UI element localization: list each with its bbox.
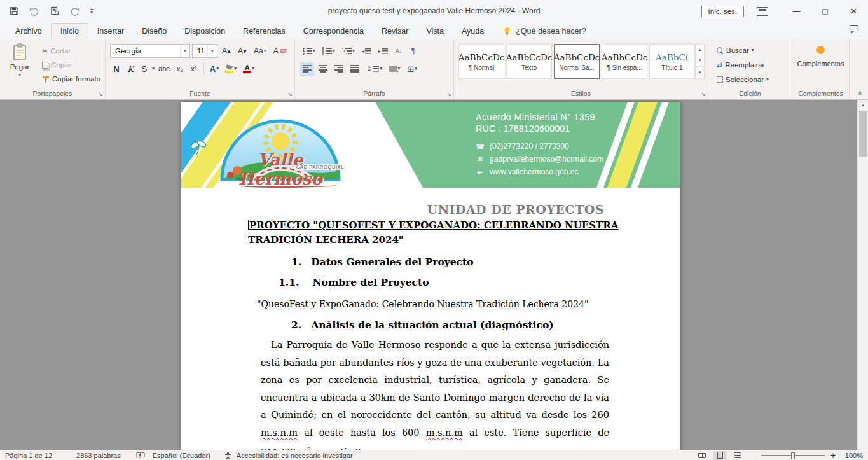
underline-button[interactable]: S — [138, 62, 151, 76]
vertical-scrollbar[interactable]: ▴ — [857, 100, 868, 450]
comments-icon[interactable] — [849, 25, 859, 39]
document-page[interactable]: Acuerdo Ministerial N° 1359 RUC : 176812… — [181, 102, 680, 450]
align-center-button[interactable] — [316, 62, 330, 76]
print-preview-icon[interactable] — [50, 6, 60, 17]
ribbon-display-options-icon[interactable] — [757, 7, 768, 16]
chevron-down-icon[interactable]: ▾ — [180, 45, 189, 57]
language-status[interactable]: Español (Ecuador) — [148, 452, 216, 459]
chevron-down-icon: ▾ — [766, 77, 769, 82]
group-label-paragraph: Párrafo — [295, 90, 453, 97]
paste-button[interactable]: Pegar ▾ — [5, 43, 34, 92]
tab-diseno[interactable]: Diseño — [133, 24, 176, 39]
document-body[interactable]: UNIDAD DE PROYECTOS PROYECTO "QUESOFEST … — [181, 202, 680, 450]
tab-insertar[interactable]: Insertar — [88, 24, 133, 39]
bullets-button[interactable]: ▾ — [300, 44, 318, 58]
zoom-slider-thumb[interactable] — [791, 452, 795, 459]
bold-button[interactable]: N — [110, 62, 123, 76]
subscript-button[interactable]: x₂ — [174, 62, 186, 76]
style-card[interactable]: AaBbCcDcNormal Sa... — [554, 44, 600, 79]
decrease-indent-button[interactable]: ◂ — [359, 44, 374, 58]
zoom-level[interactable]: 100% — [841, 452, 863, 459]
select-button[interactable]: Seleccionar ▾ — [713, 73, 773, 87]
accessibility-status[interactable]: Accesibilidad: es necesario investigar — [234, 452, 358, 459]
style-card[interactable]: AaBbCcDc¶ Sin espa... — [602, 44, 647, 79]
grow-font-button[interactable]: A▴ — [219, 44, 233, 58]
customize-quick-access-icon[interactable]: ▾ — [90, 9, 93, 14]
word-count[interactable]: 2863 palabras — [71, 452, 126, 459]
shading-button[interactable]: ▾ — [387, 62, 403, 76]
gallery-more-icon[interactable]: ▾ — [696, 67, 704, 78]
sign-in-button[interactable]: Inic. ses. — [701, 6, 744, 17]
dialog-launcher-paragraph-icon[interactable]: ↘ — [446, 91, 451, 97]
spellcheck-icon[interactable]: ✗ — [134, 452, 148, 459]
paragraph-text: La Parroquia de Valle Hermoso responde a… — [261, 340, 609, 420]
align-right-button[interactable] — [332, 62, 346, 76]
tab-referencias[interactable]: Referencias — [234, 24, 294, 39]
close-button[interactable]: ✕ — [839, 0, 868, 22]
replace-button[interactable]: ⇄ Reemplazar — [713, 58, 773, 72]
shrink-font-button[interactable]: A▾ — [235, 44, 249, 58]
font-size-combo[interactable]: 11 ▾ — [192, 44, 217, 58]
clear-formatting-button[interactable]: A — [271, 44, 289, 58]
collapse-ribbon-icon[interactable]: ∧ — [858, 89, 862, 96]
numbering-button[interactable]: ▾ — [320, 44, 338, 58]
scroll-up-icon[interactable]: ▴ — [858, 100, 868, 109]
strikethrough-button[interactable]: abc — [156, 62, 172, 76]
dialog-launcher-clipboard-icon[interactable]: ↘ — [98, 91, 103, 97]
page-count[interactable]: Página 1 de 12 — [0, 452, 57, 459]
line-spacing-button[interactable]: ↕▾ — [364, 62, 385, 76]
heading-text: Datos Generales del Proyecto — [311, 256, 473, 268]
justify-button[interactable] — [348, 62, 362, 76]
multilevel-list-button[interactable]: ▾ — [340, 44, 357, 58]
style-card[interactable]: AaBbC(Título 1 — [649, 44, 695, 79]
document-canvas[interactable]: Acuerdo Ministerial N° 1359 RUC : 176812… — [0, 100, 868, 450]
tab-ayuda[interactable]: Ayuda — [453, 24, 493, 39]
ribbon: Pegar ▾ ✂ Cortar Copiar Copiar formato P… — [0, 39, 868, 100]
align-center-icon — [319, 65, 327, 73]
dialog-launcher-styles-icon[interactable]: ↘ — [701, 91, 706, 97]
zoom-out-button[interactable]: − — [748, 451, 757, 460]
sort-button[interactable]: A↓ — [392, 44, 405, 58]
increase-indent-button[interactable]: ▸ — [376, 44, 390, 58]
format-painter-button[interactable]: Copiar formato — [38, 72, 104, 86]
tab-correspondencia[interactable]: Correspondencia — [294, 24, 373, 39]
highlight-button[interactable]: ▾ — [223, 62, 239, 76]
addins-button[interactable]: Complementos — [792, 46, 849, 67]
font-color-button[interactable]: A ▾ — [240, 62, 257, 76]
italic-button[interactable]: K — [124, 62, 137, 76]
tell-me-box[interactable]: ¿Qué desea hacer? — [503, 27, 586, 39]
align-left-button[interactable] — [300, 62, 314, 76]
style-card[interactable]: AaBbCcDc¶ Normal — [458, 44, 504, 79]
zoom-slider[interactable] — [761, 451, 825, 460]
find-button[interactable]: Buscar ▾ — [713, 43, 773, 57]
dialog-launcher-font-icon[interactable]: ↘ — [287, 91, 293, 97]
print-layout-button[interactable] — [713, 451, 727, 460]
text-effects-button[interactable]: A ▾ — [207, 62, 221, 76]
tab-inicio[interactable]: Inicio — [51, 23, 88, 39]
borders-button[interactable]: ⊞▾ — [404, 62, 420, 76]
minimize-button[interactable]: — — [782, 0, 811, 22]
read-mode-button[interactable] — [695, 451, 709, 460]
change-case-button[interactable]: Aa ▾ — [251, 44, 269, 58]
chevron-down-icon[interactable]: ▾ — [207, 45, 217, 57]
gallery-down-icon[interactable]: ▾ — [696, 55, 704, 66]
style-card[interactable]: AaBbCcDcTexto — [506, 44, 552, 79]
zoom-in-button[interactable]: + — [829, 451, 837, 460]
tab-archivo[interactable]: Archivo — [6, 24, 51, 39]
show-paragraph-marks-button[interactable]: ¶ — [407, 44, 420, 58]
accessibility-icon[interactable] — [222, 452, 234, 459]
cut-button[interactable]: ✂ Cortar — [38, 44, 104, 58]
maximize-button[interactable]: ▢ — [811, 0, 839, 22]
chevron-down-icon[interactable]: ▾ — [152, 66, 155, 71]
copy-button[interactable]: Copiar — [38, 58, 104, 72]
tab-revisar[interactable]: Revisar — [373, 24, 417, 39]
font-name-combo[interactable]: Georgia ▾ — [110, 44, 190, 58]
select-label: Seleccionar — [726, 76, 764, 83]
scrollbar-thumb[interactable] — [859, 111, 867, 157]
tab-disposicion[interactable]: Disposición — [176, 24, 234, 39]
web-layout-button[interactable] — [731, 451, 745, 460]
superscript-button[interactable]: x² — [188, 62, 200, 76]
tab-vista[interactable]: Vista — [417, 24, 453, 39]
gallery-up-icon[interactable]: ▴ — [696, 45, 704, 55]
save-icon[interactable] — [9, 6, 19, 17]
